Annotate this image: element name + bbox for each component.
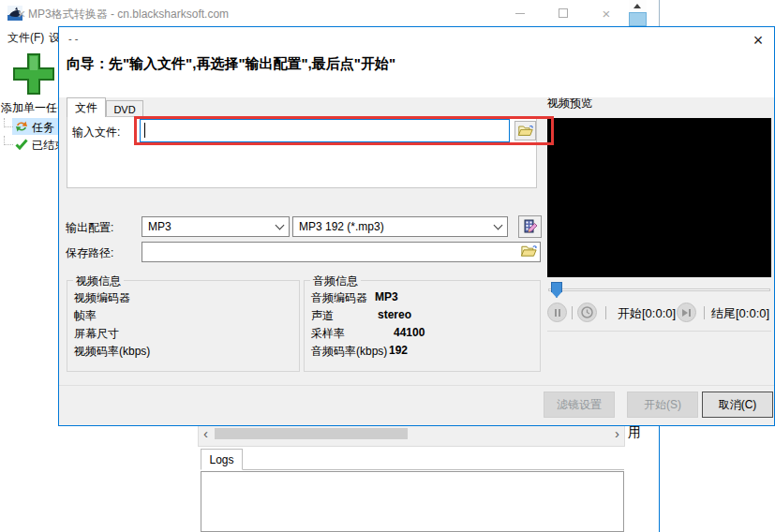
profile-dropdown[interactable]: MP3 192 (*.mp3) xyxy=(292,216,508,237)
check-icon xyxy=(14,137,29,152)
video-info-row: 视频编码器 xyxy=(74,290,130,306)
tab-logs[interactable]: Logs xyxy=(201,449,243,470)
audio-info-title: 音频信息 xyxy=(310,273,361,289)
scroll-right-icon[interactable]: › xyxy=(615,425,619,442)
close-icon: × xyxy=(603,7,611,21)
chevron-down-icon xyxy=(494,220,503,229)
play-preview-button[interactable] xyxy=(577,303,597,322)
add-task-button[interactable] xyxy=(11,52,56,96)
tree-connector xyxy=(4,136,13,145)
clock-icon xyxy=(581,306,593,318)
video-info-group: 视频信息 视频编码器 帧率 屏幕尺寸 视频码率(kbps) xyxy=(67,280,300,372)
browse-save-path-button[interactable] xyxy=(520,244,539,259)
tab-file[interactable]: 文件 xyxy=(67,97,106,117)
window-title: MP3格式转换器 - cn.blacksharksoft.com xyxy=(28,7,229,22)
sync-icon xyxy=(14,119,29,134)
input-file-field[interactable] xyxy=(141,120,509,141)
chevron-down-icon xyxy=(276,220,285,229)
pause-icon xyxy=(555,309,557,317)
footer-divider xyxy=(59,385,774,386)
cancel-button[interactable]: 取消(C) xyxy=(702,392,773,418)
tree-connector xyxy=(4,118,13,127)
audio-info-value: stereo xyxy=(378,308,411,321)
audio-info-label: 声道 xyxy=(311,308,334,324)
minimize-button[interactable] xyxy=(499,0,542,26)
browse-input-file-button[interactable] xyxy=(514,121,536,140)
separator xyxy=(704,306,705,319)
open-folder-icon xyxy=(517,124,534,138)
audio-info-label: 音频编码器 xyxy=(311,290,367,306)
audio-info-value: 192 xyxy=(389,344,408,357)
separator xyxy=(605,306,606,319)
dialog-title: - - xyxy=(68,33,78,44)
text-caret xyxy=(144,123,145,138)
audio-info-value: 44100 xyxy=(394,326,425,339)
close-button[interactable]: × xyxy=(0,0,43,26)
save-path-fieldwrap xyxy=(142,242,541,262)
video-info-row: 屏幕尺寸 xyxy=(74,326,119,342)
input-file-fieldwrap xyxy=(140,119,510,142)
separator xyxy=(572,306,573,319)
vertical-scrollbar-thumb[interactable] xyxy=(629,12,647,26)
add-plus-icon xyxy=(11,52,56,96)
scroll-up-icon[interactable] xyxy=(633,4,641,8)
next-frame-icon xyxy=(681,308,692,318)
preview-title: 视频预览 xyxy=(547,96,592,111)
logs-tab-baseline xyxy=(201,469,624,470)
window-right-edge xyxy=(659,0,660,26)
tab-dvd[interactable]: DVD xyxy=(106,100,143,117)
output-profile-label: 输出配置: xyxy=(66,220,113,236)
audio-info-value: MP3 xyxy=(375,290,398,303)
start-time-text: 开始[0:0:0] xyxy=(618,305,676,322)
tree-item-tasks[interactable]: 任务 xyxy=(32,120,54,136)
maximize-icon xyxy=(559,8,568,18)
panel-blue-border xyxy=(659,426,660,532)
right-text-fragment: 用 xyxy=(628,424,641,441)
edit-profile-icon xyxy=(522,219,538,235)
trackbar-thumb[interactable] xyxy=(551,282,562,298)
start-button[interactable]: 开始(S) xyxy=(627,392,698,418)
dialog-close-button[interactable]: × xyxy=(746,30,770,51)
seek-trackbar[interactable] xyxy=(547,282,771,298)
pause-icon xyxy=(559,309,560,317)
minimize-icon xyxy=(515,13,525,14)
wizard-text: 向导：先"输入文件",再选择"输出配置",最后点"开始" xyxy=(67,55,395,73)
screen: MP3格式转换器 - cn.blacksharksoft.com × × 文件(… xyxy=(0,0,775,532)
maximize-button[interactable] xyxy=(542,0,585,26)
audio-info-label: 音频码率(kbps) xyxy=(311,344,387,360)
vertical-scrollbar-fragment[interactable] xyxy=(629,0,647,26)
video-info-row: 帧率 xyxy=(74,308,97,324)
video-info-title: 视频信息 xyxy=(73,273,124,289)
log-output-box[interactable] xyxy=(201,471,624,532)
close-button-hit[interactable]: × xyxy=(585,0,628,26)
video-preview-screen xyxy=(547,118,771,277)
dialog-close-icon: × xyxy=(753,32,764,49)
scroll-left-icon[interactable]: ‹ xyxy=(203,425,208,442)
end-time-text: 结尾[0:0:0] xyxy=(711,305,769,322)
input-file-label: 输入文件: xyxy=(72,125,120,140)
set-start-button[interactable] xyxy=(677,303,696,322)
format-dropdown-value: MP3 xyxy=(148,220,171,233)
preview-divider xyxy=(547,331,771,332)
horizontal-scrollbar-thumb[interactable] xyxy=(215,428,408,439)
filter-settings-button[interactable]: 滤镜设置 xyxy=(544,392,615,418)
audio-info-label: 采样率 xyxy=(311,326,345,342)
save-path-field[interactable] xyxy=(142,243,540,261)
open-folder-icon xyxy=(520,244,538,259)
format-dropdown[interactable]: MP3 xyxy=(142,216,290,237)
menu-file[interactable]: 文件(F) xyxy=(7,30,44,46)
save-path-label: 保存路径: xyxy=(66,245,113,261)
trackbar-channel xyxy=(548,288,770,291)
pause-button[interactable] xyxy=(547,303,567,322)
edit-profile-button[interactable] xyxy=(518,215,542,238)
converter-dialog: - - × 向导：先"输入文件",再选择"输出配置",最后点"开始" 文件 DV… xyxy=(58,26,775,426)
profile-dropdown-value: MP3 192 (*.mp3) xyxy=(299,220,384,233)
close-icon: × xyxy=(18,7,26,21)
audio-info-group: 音频信息 音频编码器 MP3 声道 stereo 采样率 44100 音频码率(… xyxy=(304,280,541,372)
video-info-row: 视频码率(kbps) xyxy=(74,344,150,360)
